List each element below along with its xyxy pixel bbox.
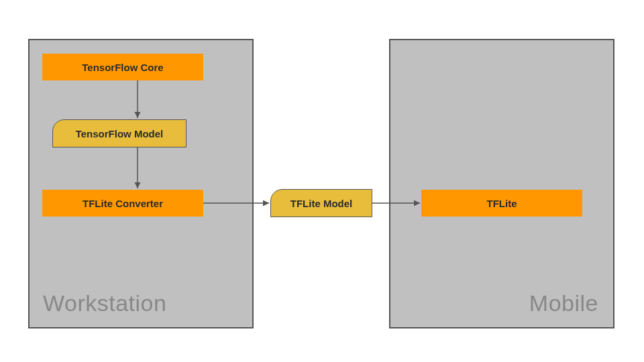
diagram-canvas: Workstation Mobile TensorFlow Core Tenso… xyxy=(0,0,644,362)
node-tensorflow-core: TensorFlow Core xyxy=(42,54,203,80)
node-tflite-model-label: TFLite Model xyxy=(290,198,353,209)
node-tflite-converter-label: TFLite Converter xyxy=(83,198,163,209)
node-tensorflow-model-label: TensorFlow Model xyxy=(76,128,164,139)
panel-workstation-title: Workstation xyxy=(43,290,166,316)
node-tflite-label: TFLite xyxy=(487,198,517,209)
node-tflite: TFLite xyxy=(421,190,582,217)
node-tensorflow-model: TensorFlow Model xyxy=(52,119,186,147)
node-tensorflow-core-label: TensorFlow Core xyxy=(82,62,163,73)
node-tflite-model: TFLite Model xyxy=(270,189,372,217)
node-tflite-converter: TFLite Converter xyxy=(42,190,203,217)
panel-workstation: Workstation xyxy=(28,39,254,328)
panel-mobile-title: Mobile xyxy=(529,290,598,316)
panel-mobile: Mobile xyxy=(389,39,614,328)
